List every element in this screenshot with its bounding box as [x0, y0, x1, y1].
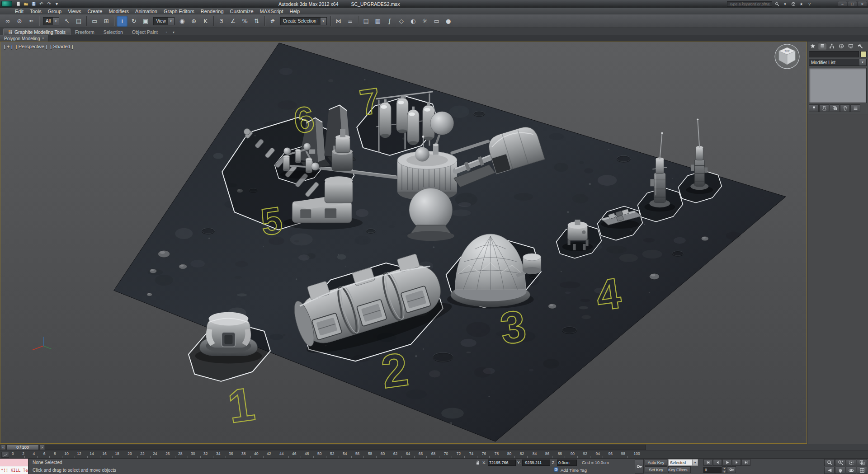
panel-tab-create[interactable]	[808, 42, 817, 50]
track-bar-ruler[interactable]: 0246810121416182022242628303234363840424…	[12, 451, 640, 456]
select-object-icon[interactable]: ↖	[61, 16, 72, 27]
zoom-button[interactable]	[824, 459, 835, 466]
field-of-view-button[interactable]	[824, 467, 835, 474]
angle-snap-toggle-icon[interactable]: ∠	[228, 16, 239, 27]
save-file-icon[interactable]	[30, 1, 38, 7]
keyboard-shortcut-override-toggle-icon[interactable]: K	[200, 16, 211, 27]
go-to-end-button[interactable]	[741, 459, 750, 466]
open-file-icon[interactable]	[22, 1, 30, 7]
selection-set-dropdown[interactable]: Selected	[668, 459, 698, 466]
listener-macro-row[interactable]	[0, 459, 28, 466]
curve-editor-icon[interactable]: ∫	[384, 16, 395, 27]
menu-views[interactable]: Views	[65, 8, 84, 14]
qat-dropdown-icon[interactable]: ▾	[53, 1, 61, 7]
viewport-canvas[interactable]: 1234567TOP	[0, 42, 807, 443]
close-button[interactable]: ×	[858, 1, 867, 7]
minimize-button[interactable]: −	[838, 1, 847, 7]
key-mode-toggle-icon[interactable]	[727, 466, 736, 473]
pan-button[interactable]	[835, 467, 845, 474]
percent-snap-toggle-icon[interactable]: %	[240, 16, 250, 27]
viewport-shading-label[interactable]: [ Shaded ]	[50, 44, 73, 49]
open-mini-curve-editor-icon[interactable]	[1, 452, 9, 458]
time-slider-handle[interactable]: 0 / 100	[6, 445, 39, 450]
chevron-down-icon[interactable]	[859, 59, 866, 66]
menu-graph-editors[interactable]: Graph Editors	[160, 8, 198, 14]
select-and-rotate-icon[interactable]: ↻	[128, 16, 139, 27]
perspective-viewport[interactable]: [ + ] [ Perspective ] [ Shaded ]	[0, 42, 807, 444]
render-production-icon[interactable]: ●	[443, 16, 454, 27]
panel-tab-display[interactable]	[846, 42, 855, 50]
time-slider-track[interactable]	[45, 445, 646, 450]
redo-icon[interactable]: ↷	[45, 1, 53, 7]
previous-frame-button[interactable]	[713, 459, 722, 466]
configure-modifier-sets-button[interactable]	[850, 104, 860, 112]
time-step-back-button[interactable]: <	[1, 445, 6, 450]
frame-spinner[interactable]: ▴▾	[722, 466, 726, 473]
auto-key-button[interactable]: Auto Key	[645, 459, 667, 466]
zoom-extents-all-button[interactable]	[857, 459, 867, 466]
edit-named-selection-sets-icon[interactable]: #	[267, 16, 278, 27]
search-icon[interactable]	[774, 1, 780, 7]
menu-maxscript[interactable]: MAXScript	[257, 8, 287, 14]
select-and-link-icon[interactable]: ∞	[2, 16, 13, 27]
key-filters-button[interactable]: Key Filters...	[668, 466, 691, 473]
ribbon-tab-object-paint[interactable]: Object Paint	[127, 28, 162, 35]
menu-edit[interactable]: Edit	[12, 8, 27, 14]
manage-layers-icon[interactable]: ▤	[361, 16, 372, 27]
play-button[interactable]	[722, 459, 731, 466]
menu-animation[interactable]: Animation	[132, 8, 160, 14]
add-time-tag[interactable]: Add Time Tag	[553, 467, 587, 473]
spinner-snap-toggle-icon[interactable]: ⇅	[251, 16, 262, 27]
object-name-field[interactable]	[809, 51, 859, 57]
select-by-name-icon[interactable]: ▤	[73, 16, 84, 27]
menu-tools[interactable]: Tools	[27, 8, 45, 14]
material-editor-icon[interactable]: ◐	[408, 16, 419, 27]
rectangular-selection-region-icon[interactable]: ▭	[89, 16, 100, 27]
menu-rendering[interactable]: Rendering	[198, 8, 227, 14]
select-and-manipulate-icon[interactable]: ⊕	[189, 16, 199, 27]
panel-tab-motion[interactable]	[837, 42, 846, 50]
make-unique-button[interactable]	[830, 104, 840, 112]
pin-stack-button[interactable]	[809, 104, 819, 112]
remove-modifier-button[interactable]	[840, 104, 850, 112]
terrain-plane[interactable]	[114, 43, 786, 441]
ribbon-options-icon[interactable]: ▫	[163, 29, 170, 35]
modifier-stack-list[interactable]	[809, 68, 867, 103]
y-coordinate-field[interactable]	[522, 460, 550, 466]
named-selection-sets-dropdown[interactable]: Create Selection Se	[280, 17, 327, 25]
chevron-down-icon[interactable]	[692, 460, 698, 465]
panel-tab-modify[interactable]	[818, 42, 827, 50]
align-icon[interactable]: ≡	[345, 16, 356, 27]
zoom-extents-selected-button[interactable]	[846, 459, 856, 466]
selection-filter-dropdown[interactable]: All	[43, 17, 59, 25]
object-color-swatch[interactable]	[860, 51, 867, 57]
ribbon-tab-graphite-modeling-tools[interactable]: Graphite Modeling Tools	[3, 28, 71, 35]
maxscript-mini-listener[interactable]: *!! KILL Tex	[0, 459, 28, 474]
chevron-down-icon[interactable]	[321, 18, 326, 25]
x-coordinate-field[interactable]	[488, 460, 516, 466]
track-bar[interactable]: 0246810121416182022242628303234363840424…	[0, 451, 868, 458]
zoom-all-button[interactable]	[835, 459, 845, 466]
z-coordinate-field[interactable]	[557, 460, 577, 466]
menu-customize[interactable]: Customize	[227, 8, 257, 14]
next-frame-button[interactable]	[732, 459, 741, 466]
undo-icon[interactable]: ↶	[38, 1, 45, 7]
mirror-icon[interactable]: ⋈	[333, 16, 344, 27]
unlink-selection-icon[interactable]: ⊘	[14, 16, 25, 27]
orbit-button[interactable]	[846, 467, 856, 474]
viewport-menu-label[interactable]: [ + ]	[4, 44, 13, 49]
chevron-down-icon[interactable]	[168, 18, 174, 25]
scene-number-1[interactable]: 1	[225, 377, 258, 433]
current-frame-field[interactable]	[703, 467, 722, 473]
ribbon-tab-selection[interactable]: Selection	[99, 28, 127, 35]
ribbon-minimize-icon[interactable]: ▾	[170, 29, 177, 35]
maximize-button[interactable]: □	[848, 1, 857, 7]
rendered-frame-window-icon[interactable]: ▭	[431, 16, 442, 27]
panel-tab-utilities[interactable]	[856, 42, 865, 50]
search-dropdown-icon[interactable]: ▾	[782, 1, 788, 7]
listener-history-row[interactable]: *!! KILL Tex	[0, 466, 28, 474]
show-end-result-button[interactable]	[819, 104, 829, 112]
select-and-uniform-scale-icon[interactable]: ▣	[140, 16, 151, 27]
modifier-list-dropdown[interactable]: Modifier List	[809, 59, 867, 66]
viewport-pov-label[interactable]: [ Perspective ]	[16, 44, 47, 49]
